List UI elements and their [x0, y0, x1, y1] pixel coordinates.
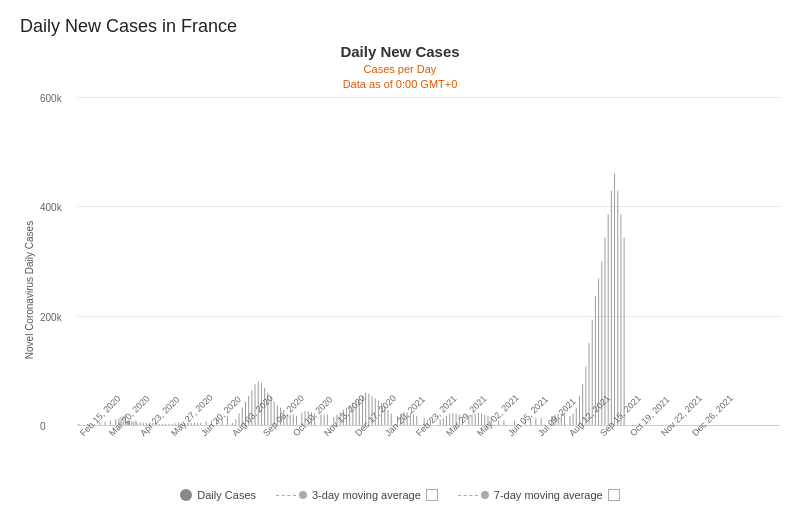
svg-rect-4 [110, 420, 111, 425]
svg-rect-136 [168, 424, 169, 425]
svg-rect-0 [78, 424, 79, 425]
legend-circle-icon [180, 489, 192, 501]
svg-rect-122 [614, 173, 615, 425]
svg-rect-80 [440, 419, 441, 425]
svg-rect-145 [197, 423, 198, 425]
svg-rect-41 [293, 414, 294, 425]
svg-rect-16 [200, 423, 201, 425]
legend-ma3-label: 3-day moving average [312, 489, 421, 501]
svg-rect-68 [388, 410, 389, 425]
legend-ma3-line-icon [276, 491, 307, 499]
svg-rect-124 [620, 214, 621, 425]
x-axis: Feb 15, 2020 Mar 20, 2020 Apr 23, 2020 M… [78, 428, 800, 483]
chart-inner: 600k 400k 200k 0 [40, 97, 780, 483]
legend: Daily Cases 3-day moving average 7-day m… [180, 483, 619, 501]
svg-rect-125 [624, 237, 625, 425]
svg-rect-101 [535, 418, 536, 425]
svg-rect-108 [569, 416, 570, 425]
svg-rect-22 [232, 423, 233, 425]
page-title: Daily New Cases in France [20, 16, 780, 37]
svg-rect-81 [443, 418, 444, 425]
legend-daily-cases-label: Daily Cases [197, 489, 256, 501]
chart-container: Daily New Cases Cases per Day Data as of… [20, 43, 780, 501]
legend-ma7-checkbox[interactable] [608, 489, 620, 501]
legend-ma3-checkbox[interactable] [426, 489, 438, 501]
svg-rect-49 [324, 414, 325, 425]
svg-rect-97 [503, 420, 504, 425]
svg-rect-137 [172, 424, 173, 425]
svg-rect-123 [617, 191, 618, 425]
grid-label-600k: 600k [40, 92, 62, 103]
svg-rect-82 [446, 416, 447, 425]
svg-rect-76 [416, 416, 417, 425]
svg-rect-15 [135, 420, 136, 425]
svg-rect-90 [475, 413, 476, 425]
svg-rect-126 [137, 423, 138, 425]
svg-rect-144 [194, 423, 195, 425]
grid-label-400k: 400k [40, 202, 62, 213]
svg-rect-14 [133, 421, 134, 425]
svg-rect-120 [608, 214, 609, 425]
legend-daily-cases[interactable]: Daily Cases [180, 489, 256, 501]
bars-chart [78, 97, 780, 425]
svg-rect-135 [165, 424, 166, 425]
svg-rect-3 [105, 421, 106, 425]
grid-label-200k: 200k [40, 311, 62, 322]
svg-rect-75 [413, 414, 414, 425]
svg-rect-48 [321, 414, 322, 425]
chart-subtitle: Cases per Day Data as of 0:00 GMT+0 [343, 62, 458, 93]
chart-title: Daily New Cases [340, 43, 459, 60]
svg-rect-13 [131, 421, 132, 425]
legend-ma7[interactable]: 7-day moving average [458, 489, 620, 501]
chart-area: Novel Coronavirus Daily Cases 600k 400k … [20, 97, 780, 483]
legend-ma7-line-icon [458, 491, 489, 499]
svg-rect-127 [140, 422, 141, 425]
legend-ma7-label: 7-day moving average [494, 489, 603, 501]
legend-ma3[interactable]: 3-day moving average [276, 489, 438, 501]
y-axis-label: Novel Coronavirus Daily Cases [20, 97, 38, 483]
svg-rect-91 [478, 412, 479, 425]
grid-and-bars: 600k 400k 200k 0 [78, 97, 780, 426]
svg-rect-134 [162, 424, 163, 425]
svg-rect-121 [611, 191, 612, 425]
grid-label-0: 0 [40, 421, 46, 432]
